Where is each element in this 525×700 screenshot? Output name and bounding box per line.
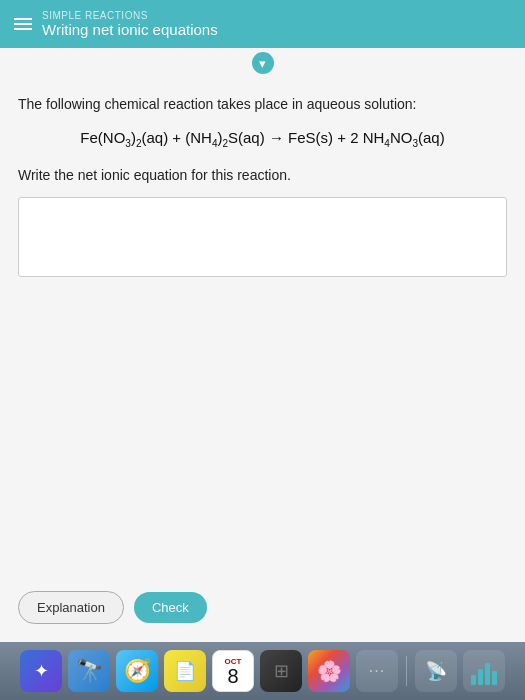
check-button[interactable]: Check	[134, 592, 207, 623]
dock-item-calendar[interactable]: OCT 8	[212, 650, 254, 692]
instruction-text: Write the net ionic equation for this re…	[18, 167, 507, 183]
dock-item-ellipsis[interactable]: ···	[356, 650, 398, 692]
bottom-buttons: Explanation Check	[18, 581, 507, 632]
chevron-down-icon[interactable]	[252, 52, 274, 74]
dock-item-photos[interactable]: 🌸	[308, 650, 350, 692]
answer-textarea[interactable]	[27, 206, 498, 268]
stats-bars-icon	[471, 657, 497, 685]
dock-separator	[406, 656, 407, 686]
ellipsis-icon: ···	[369, 662, 385, 680]
answer-input-box[interactable]	[18, 197, 507, 277]
dock-item-safari[interactable]: 🧭	[116, 650, 158, 692]
dock: ✦ 🔭 🧭 📄 OCT 8 ⊞ 🌸 ··· 📡	[0, 642, 525, 700]
header-bar: SIMPLE REACTIONS Writing net ionic equat…	[0, 0, 525, 48]
hamburger-icon[interactable]	[14, 18, 32, 30]
chemical-equation: Fe(NO3)2(aq) + (NH4)2S(aq) → FeS(s) + 2 …	[18, 129, 507, 149]
calendar-day: 8	[227, 666, 238, 686]
dock-item-notes[interactable]: 📄	[164, 650, 206, 692]
header-subtitle: SIMPLE REACTIONS	[42, 10, 218, 21]
dock-item-launchpad2[interactable]: ⊞	[260, 650, 302, 692]
explanation-button[interactable]: Explanation	[18, 591, 124, 624]
main-content: The following chemical reaction takes pl…	[0, 78, 525, 642]
spacer	[18, 277, 507, 581]
chevron-row	[0, 48, 525, 78]
dock-item-cast[interactable]: 📡	[415, 650, 457, 692]
header-text: SIMPLE REACTIONS Writing net ionic equat…	[42, 10, 218, 38]
problem-description: The following chemical reaction takes pl…	[18, 94, 507, 115]
header-title: Writing net ionic equations	[42, 21, 218, 38]
dock-item-finder[interactable]: 🔭	[68, 650, 110, 692]
dock-item-stats[interactable]	[463, 650, 505, 692]
dock-item-launchpad[interactable]: ✦	[20, 650, 62, 692]
equation-text: Fe(NO3)2(aq) + (NH4)2S(aq) → FeS(s) + 2 …	[80, 129, 444, 149]
